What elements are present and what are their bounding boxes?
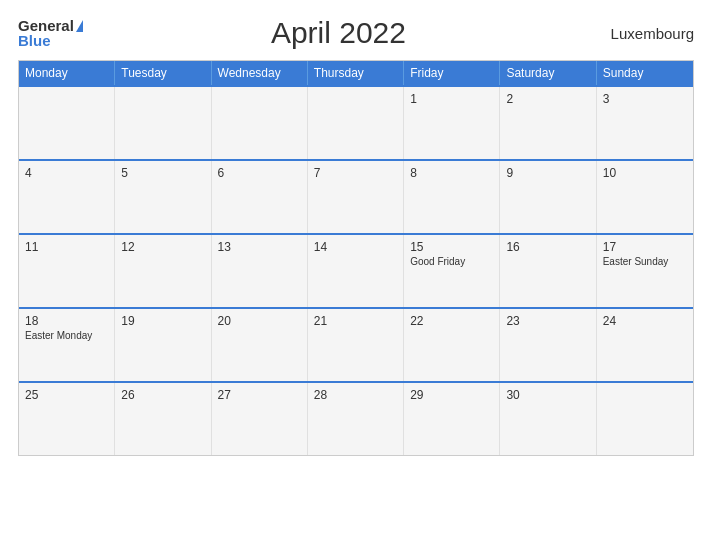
cal-header-saturday: Saturday [500,61,596,85]
day-number: 6 [218,166,301,180]
holiday-label: Good Friday [410,256,493,267]
day-number: 28 [314,388,397,402]
day-number: 12 [121,240,204,254]
holiday-label: Easter Monday [25,330,108,341]
day-number: 27 [218,388,301,402]
day-number: 29 [410,388,493,402]
cal-week-2: 45678910 [19,159,693,233]
cal-cell: 29 [404,383,500,455]
holiday-label: Easter Sunday [603,256,687,267]
cal-cell: 13 [212,235,308,307]
calendar-page: General Blue April 2022 Luxembourg Monda… [0,0,712,550]
cal-header-thursday: Thursday [308,61,404,85]
cal-header-wednesday: Wednesday [212,61,308,85]
cal-cell: 6 [212,161,308,233]
day-number: 23 [506,314,589,328]
cal-cell: 27 [212,383,308,455]
cal-cell [597,383,693,455]
day-number: 17 [603,240,687,254]
cal-cell: 10 [597,161,693,233]
page-header: General Blue April 2022 Luxembourg [18,16,694,50]
day-number: 8 [410,166,493,180]
day-number: 4 [25,166,108,180]
cal-cell: 24 [597,309,693,381]
cal-cell [115,87,211,159]
cal-cell: 2 [500,87,596,159]
cal-header-sunday: Sunday [597,61,693,85]
cal-week-4: 18Easter Monday192021222324 [19,307,693,381]
cal-cell: 28 [308,383,404,455]
day-number: 15 [410,240,493,254]
calendar-grid: MondayTuesdayWednesdayThursdayFridaySatu… [18,60,694,456]
day-number: 7 [314,166,397,180]
day-number: 3 [603,92,687,106]
cal-cell: 3 [597,87,693,159]
cal-cell: 5 [115,161,211,233]
day-number: 20 [218,314,301,328]
day-number: 9 [506,166,589,180]
day-number: 2 [506,92,589,106]
cal-cell: 30 [500,383,596,455]
calendar-header-row: MondayTuesdayWednesdayThursdayFridaySatu… [19,61,693,85]
day-number: 10 [603,166,687,180]
day-number: 26 [121,388,204,402]
cal-cell: 25 [19,383,115,455]
cal-cell: 12 [115,235,211,307]
cal-week-5: 252627282930 [19,381,693,455]
cal-cell: 19 [115,309,211,381]
cal-week-3: 1112131415Good Friday1617Easter Sunday [19,233,693,307]
cal-cell: 4 [19,161,115,233]
cal-cell [19,87,115,159]
logo-triangle-icon [76,20,83,32]
cal-header-tuesday: Tuesday [115,61,211,85]
day-number: 21 [314,314,397,328]
cal-header-monday: Monday [19,61,115,85]
cal-cell: 18Easter Monday [19,309,115,381]
cal-cell: 23 [500,309,596,381]
cal-cell: 9 [500,161,596,233]
cal-cell: 16 [500,235,596,307]
logo: General Blue [18,18,83,48]
country-label: Luxembourg [594,25,694,42]
cal-cell: 14 [308,235,404,307]
day-number: 22 [410,314,493,328]
logo-general-text: General [18,18,74,33]
cal-cell: 1 [404,87,500,159]
day-number: 11 [25,240,108,254]
day-number: 16 [506,240,589,254]
day-number: 13 [218,240,301,254]
cal-cell: 8 [404,161,500,233]
day-number: 18 [25,314,108,328]
cal-cell: 20 [212,309,308,381]
day-number: 14 [314,240,397,254]
cal-cell: 11 [19,235,115,307]
cal-cell: 26 [115,383,211,455]
day-number: 19 [121,314,204,328]
day-number: 24 [603,314,687,328]
cal-cell: 15Good Friday [404,235,500,307]
cal-cell: 21 [308,309,404,381]
cal-header-friday: Friday [404,61,500,85]
day-number: 25 [25,388,108,402]
cal-cell [212,87,308,159]
cal-cell: 22 [404,309,500,381]
cal-cell [308,87,404,159]
logo-blue-text: Blue [18,33,51,48]
day-number: 1 [410,92,493,106]
day-number: 5 [121,166,204,180]
cal-cell: 17Easter Sunday [597,235,693,307]
day-number: 30 [506,388,589,402]
page-title: April 2022 [83,16,594,50]
cal-cell: 7 [308,161,404,233]
calendar-body: 123456789101112131415Good Friday1617East… [19,85,693,455]
cal-week-1: 123 [19,85,693,159]
